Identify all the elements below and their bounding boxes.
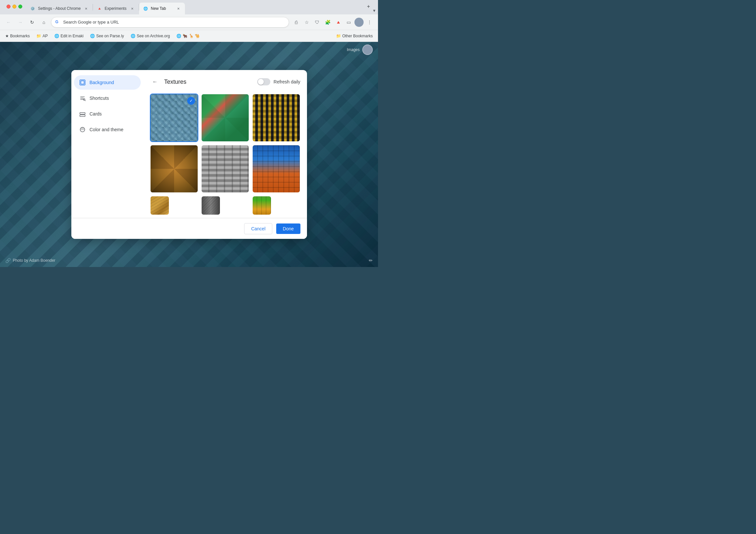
background-label: Background (90, 80, 114, 85)
back-button[interactable]: ← (150, 77, 160, 87)
texture-image-grid: ✓ (150, 93, 300, 218)
texture-item-8[interactable] (201, 196, 221, 215)
minimize-window-button[interactable] (13, 5, 16, 9)
other-bookmarks-label: Other Bookmarks (342, 34, 373, 38)
experiments-tab-close[interactable]: ✕ (130, 6, 135, 11)
tab-bar: ⚙️ Settings - About Chrome ✕ 🔺 Experimen… (0, 0, 378, 14)
shield-icon: 🛡 (312, 18, 322, 27)
fullscreen-window-button[interactable] (18, 5, 22, 9)
refresh-daily-control: Refresh daily (257, 78, 300, 85)
selected-checkmark: ✓ (187, 97, 195, 105)
bookmarks-bar: ★ Bookmarks 📁 AP 🌐 Edit in Emaki 🌐 See o… (0, 30, 378, 42)
bookmark-folder-icon: 📁 (36, 34, 41, 38)
tab-list-button[interactable]: ▾ (373, 8, 375, 13)
settings-tab-title: Settings - About Chrome (38, 6, 81, 11)
experiments-tab-title: Experiments (105, 6, 127, 11)
bookmark-bookmarks-label: Bookmarks (10, 34, 30, 38)
home-button[interactable]: ⌂ (39, 18, 48, 27)
sidebar-item-cards[interactable]: Cards (74, 107, 141, 121)
bookmark-animals-icon: 🌐 (176, 34, 181, 38)
bookmark-emaki[interactable]: 🌐 Edit in Emaki (52, 32, 86, 40)
texture-item-5[interactable] (201, 145, 249, 193)
profile-avatar[interactable] (354, 18, 364, 27)
bookmark-bookmarks[interactable]: ★ Bookmarks (3, 32, 32, 40)
texture-item-3[interactable] (252, 93, 300, 142)
other-bookmarks-folder[interactable]: 📁 Other Bookmarks (334, 32, 375, 40)
traffic-lights (3, 2, 26, 11)
customize-modal: Background Shortcuts (71, 70, 307, 239)
newtab-tab-icon: 🌐 (143, 6, 148, 11)
address-bar: ← → ↻ ⌂ G Search Google or type a URL ⎙ … (0, 14, 378, 30)
bookmark-parsely[interactable]: 🌐 See on Parse.ly (87, 32, 127, 40)
bookmark-star-button[interactable]: ☆ (302, 18, 311, 27)
svg-rect-3 (80, 113, 85, 114)
modal-footer: Cancel Done (71, 218, 307, 239)
customize-sidebar: Background Shortcuts (71, 70, 143, 218)
svg-rect-4 (80, 115, 85, 117)
bookmark-animals[interactable]: 🌐 🐂 🦒 🐪 (174, 32, 202, 40)
newtab-tab-close[interactable]: ✕ (176, 6, 181, 11)
texture-item-2[interactable] (201, 93, 249, 142)
bookmark-emaki-label: Edit in Emaki (61, 34, 83, 38)
address-bar-actions: ⎙ ☆ 🛡 🧩 🔺 ▭ ⋮ (292, 18, 374, 27)
cards-label: Cards (90, 111, 102, 117)
reload-button[interactable]: ↻ (27, 18, 37, 27)
sidebar-item-color-theme[interactable]: Color and theme (74, 122, 141, 137)
tab-newtab[interactable]: 🌐 New Tab ✕ (139, 3, 185, 14)
sidebar-item-shortcuts[interactable]: Shortcuts (74, 91, 141, 105)
texture-item-9[interactable] (252, 196, 272, 215)
settings-tab-close[interactable]: ✕ (83, 6, 89, 11)
bookmark-animals-label: 🐂 🦒 🐪 (183, 34, 200, 38)
tab-experiments[interactable]: 🔺 Experiments ✕ (93, 3, 139, 14)
back-button[interactable]: ← (4, 18, 13, 27)
close-window-button[interactable] (7, 5, 11, 9)
bookmark-parsely-label: See on Parse.ly (96, 34, 124, 38)
experiments-tab-icon: 🔺 (97, 6, 102, 11)
svg-rect-1 (81, 81, 84, 84)
refresh-daily-label: Refresh daily (274, 79, 300, 84)
bookmark-archive-icon: 🌐 (131, 34, 135, 38)
texture-item-1[interactable]: ✓ (150, 93, 198, 142)
modal-overlay: Background Shortcuts (0, 42, 378, 267)
page-content: Images 🔗 Photo by Adam Boender ✏ (0, 42, 378, 267)
extensions-button[interactable]: 🧩 (323, 18, 332, 27)
tab-end-controls: ▾ (373, 8, 375, 13)
bookmark-ap[interactable]: 📁 AP (34, 32, 50, 40)
modal-header: ← Textures Refresh daily (150, 77, 300, 87)
cast-icon: 🔺 (334, 18, 343, 27)
refresh-daily-toggle[interactable] (257, 78, 270, 85)
done-button[interactable]: Done (276, 224, 300, 234)
modal-header-left: ← Textures (150, 77, 187, 87)
bookmark-star-icon: ★ (5, 34, 9, 38)
folder-icon: 📁 (336, 34, 341, 38)
modal-title: Textures (164, 79, 187, 85)
share-button[interactable]: ⎙ (292, 18, 301, 27)
shortcuts-icon (79, 95, 86, 101)
bookmark-archive[interactable]: 🌐 See on Archive.org (128, 32, 173, 40)
new-tab-button[interactable]: + (364, 2, 373, 11)
chrome-menu-button[interactable]: ⋮ (365, 18, 374, 27)
texture-item-4[interactable] (150, 145, 198, 193)
forward-button[interactable]: → (16, 18, 25, 27)
url-text: Search Google or type a URL (63, 20, 285, 25)
modal-body: Background Shortcuts (71, 70, 307, 218)
color-theme-icon (79, 126, 86, 133)
texture-item-7[interactable] (150, 196, 170, 215)
bookmark-archive-label: See on Archive.org (137, 34, 170, 38)
bookmark-ap-label: AP (42, 34, 48, 38)
texture-item-6[interactable] (252, 145, 300, 193)
color-theme-label: Color and theme (90, 127, 124, 132)
background-icon (79, 79, 86, 86)
bookmark-parsely-icon: 🌐 (90, 34, 95, 38)
url-bar[interactable]: G Search Google or type a URL (51, 17, 289, 27)
tab-settings[interactable]: ⚙️ Settings - About Chrome ✕ (26, 3, 93, 14)
split-view-button[interactable]: ▭ (344, 18, 353, 27)
settings-tab-icon: ⚙️ (30, 6, 35, 11)
toggle-knob (258, 79, 264, 85)
cards-icon (79, 111, 86, 117)
cancel-button[interactable]: Cancel (244, 223, 272, 234)
sidebar-item-background[interactable]: Background (74, 75, 141, 90)
modal-main: ← Textures Refresh daily (143, 70, 307, 218)
newtab-tab-title: New Tab (151, 6, 173, 11)
shortcuts-label: Shortcuts (90, 95, 109, 101)
